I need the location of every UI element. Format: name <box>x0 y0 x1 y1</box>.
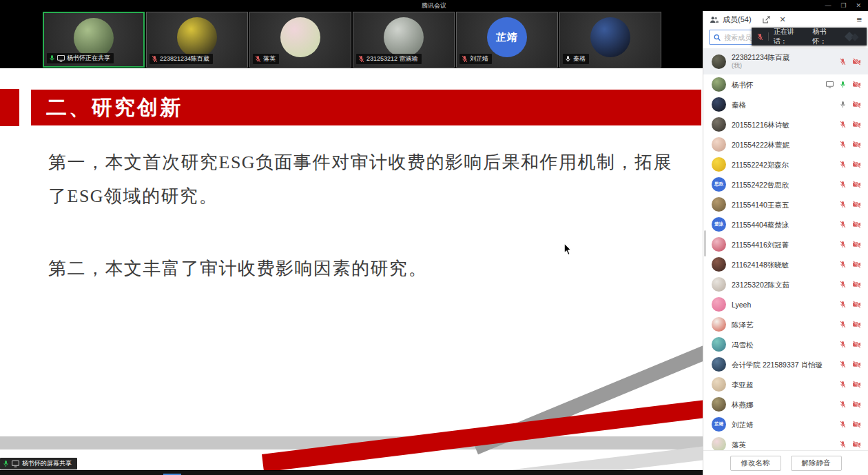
slide-accent-block <box>0 89 19 126</box>
member-name: 刘芷靖 <box>732 421 754 429</box>
member-row[interactable]: 会计学院 221589337 肖怡璇 <box>703 354 868 374</box>
tile-name-label: 秦格 <box>573 54 586 63</box>
mic-status-icon <box>49 54 55 62</box>
members-scrollbar[interactable] <box>704 230 706 256</box>
member-row[interactable]: 211552242郑森尔 <box>703 154 868 174</box>
member-row[interactable]: Lyeeh <box>703 294 868 314</box>
member-name: 223821234陈百葳 <box>732 53 789 61</box>
member-row[interactable]: 杨书怀 <box>703 74 868 94</box>
mic-status-icon <box>840 81 846 88</box>
camera-off-icon <box>852 121 861 128</box>
member-row[interactable]: 201551216林诗敏 <box>703 114 868 134</box>
camera-off-icon <box>852 141 861 148</box>
slide-paragraph-1: 第一，本文首次研究ESG负面事件对审计收费的影响后果和作用机制，拓展了ESG领域… <box>48 145 674 213</box>
camera-off-icon <box>852 181 861 188</box>
mic-status-icon <box>840 421 846 428</box>
members-panel-header: 成员(54) ✕ ≡ <box>703 11 868 28</box>
video-filmstrip: 杨书怀正在共享 223821234陈百葳 落英 <box>0 11 703 68</box>
member-row[interactable]: 秦格 <box>703 94 868 114</box>
taskbar-sliver <box>0 470 703 475</box>
mic-status-icon <box>255 55 261 63</box>
avatar <box>712 437 726 450</box>
avatar <box>712 77 726 92</box>
member-name: 211554416刘冠菁 <box>732 241 789 249</box>
member-row[interactable]: 李亚超 <box>703 374 868 394</box>
slide-paragraph-2: 第二，本文丰富了审计收费影响因素的研究。 <box>48 252 674 285</box>
camera-off-icon <box>852 161 861 168</box>
member-row[interactable]: 落英 <box>703 434 868 450</box>
search-icon <box>714 34 721 41</box>
camera-off-icon <box>852 281 861 288</box>
unmute-button[interactable]: 解除静音 <box>791 456 842 471</box>
camera-off-icon <box>852 261 861 268</box>
people-icon <box>710 16 719 23</box>
avatar <box>712 157 726 172</box>
mic-status-icon <box>840 281 846 288</box>
panel-menu-icon[interactable]: ≡ <box>856 14 862 25</box>
member-list: 223821234陈百葳 (我) 杨书怀 <box>703 48 868 450</box>
avatar <box>384 17 424 57</box>
member-name: 201551216林诗敏 <box>732 121 789 129</box>
member-name: 211554404蔡楚泳 <box>732 221 789 229</box>
member-name: 会计学院 221589337 肖怡璇 <box>732 361 823 369</box>
mic-status-icon <box>565 55 571 63</box>
member-row[interactable]: 林燕娜 <box>703 394 868 414</box>
member-row[interactable]: 211554140王嘉五 <box>703 194 868 214</box>
avatar <box>712 54 726 69</box>
member-row[interactable]: 211554416刘冠菁 <box>703 234 868 254</box>
minimize-button[interactable]: — <box>825 1 831 10</box>
video-tile[interactable]: 杨书怀正在共享 <box>43 12 145 68</box>
popout-panel-icon[interactable] <box>763 16 770 23</box>
avatar <box>712 397 726 412</box>
avatar <box>74 18 114 58</box>
video-tile[interactable]: 231253212 雷涵瑜 <box>353 12 455 68</box>
camera-off-icon <box>852 321 861 328</box>
member-row[interactable]: 201554222林萱妮 <box>703 134 868 154</box>
mic-status-icon <box>840 221 846 228</box>
video-tile[interactable]: 秦格 <box>559 12 661 68</box>
avatar <box>712 257 726 272</box>
member-row[interactable]: 冯雪松 <box>703 334 868 354</box>
member-row[interactable]: 陈泽艺 <box>703 314 868 334</box>
member-name: 陈泽艺 <box>732 321 754 329</box>
member-row[interactable]: 芷靖 刘芷靖 <box>703 414 868 434</box>
mic-status-icon <box>840 121 846 128</box>
camera-off-icon <box>852 241 861 248</box>
close-panel-icon[interactable]: ✕ <box>780 15 786 24</box>
mic-status-icon <box>840 321 846 328</box>
member-row[interactable]: 231253202陈文茹 <box>703 274 868 294</box>
tile-name-label: 刘芷靖 <box>470 54 488 63</box>
members-panel-title: 成员(54) <box>723 14 752 25</box>
member-row[interactable]: 楚泳 211554404蔡楚泳 <box>703 214 868 234</box>
member-name: 211552242郑森尔 <box>732 161 789 169</box>
member-name: 李亚超 <box>732 381 754 389</box>
avatar <box>712 137 726 152</box>
member-name: Lyeeh <box>732 301 751 309</box>
avatar: 楚泳 <box>712 217 726 232</box>
video-tile[interactable]: 芷靖 刘芷靖 <box>456 12 558 68</box>
member-row[interactable]: 211624148张晓敏 <box>703 254 868 274</box>
video-tile[interactable]: 落英 <box>249 12 351 68</box>
slide-title-banner: 二、研究创新 <box>31 90 701 125</box>
close-button[interactable]: ✕ <box>856 1 861 10</box>
slide-body: 第一，本文首次研究ESG负面事件对审计收费的影响后果和作用机制，拓展了ESG领域… <box>48 145 674 285</box>
member-name: 林燕娜 <box>732 401 754 409</box>
video-tile[interactable]: 223821234陈百葳 <box>146 12 248 68</box>
rename-button[interactable]: 修改名称 <box>730 456 781 471</box>
camera-off-icon <box>852 381 861 388</box>
member-row[interactable]: 223821234陈百葳 (我) <box>703 48 868 74</box>
member-self-tag: (我) <box>732 61 789 70</box>
camera-off-icon <box>852 301 861 308</box>
avatar <box>177 17 217 57</box>
member-name: 201554222林萱妮 <box>732 141 789 149</box>
member-name: 落英 <box>732 441 746 449</box>
speaking-label: 正在讲话： <box>774 27 808 46</box>
tile-name-label: 落英 <box>263 54 276 63</box>
avatar: 芷靖 <box>712 417 726 432</box>
screen-share-icon <box>12 461 19 467</box>
member-row[interactable]: 思欣 211552422曾思欣 <box>703 174 868 194</box>
restore-button[interactable]: ❐ <box>840 1 846 10</box>
mic-status-icon <box>840 241 846 248</box>
mic-status-icon <box>840 201 846 208</box>
camera-off-icon <box>852 401 861 408</box>
